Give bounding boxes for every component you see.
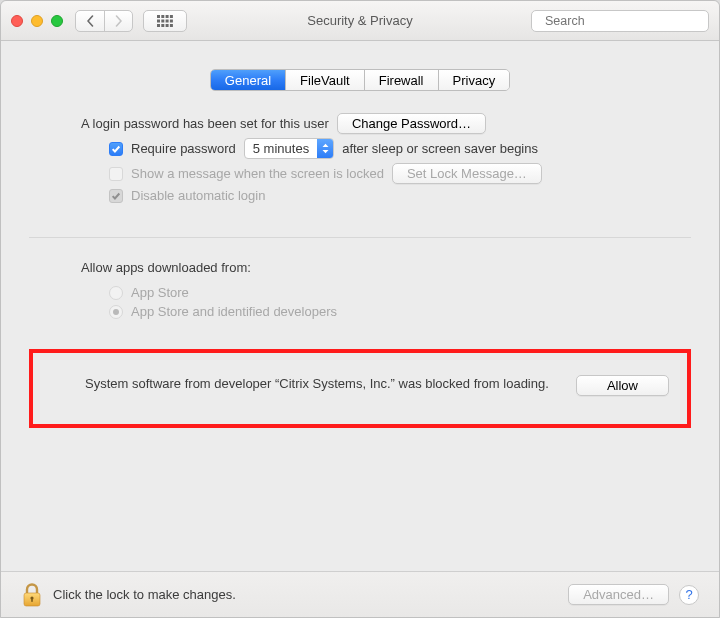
allow-apps-heading: Allow apps downloaded from: [81,260,251,275]
require-password-row: Require password 5 minutes after sleep o… [109,138,649,159]
help-button[interactable]: ? [679,585,699,605]
radio-appstore-label: App Store [131,285,189,300]
svg-rect-5 [161,19,164,22]
nav-back-forward [75,10,133,32]
show-all-prefs-button[interactable] [143,10,187,32]
svg-rect-3 [170,15,173,18]
checkmark-icon [111,144,121,154]
svg-rect-7 [170,19,173,22]
advanced-button: Advanced… [568,584,669,605]
blocked-software-message: System software from developer “Citrix S… [85,375,560,394]
close-window-button[interactable] [11,15,23,27]
tab-firewall[interactable]: Firewall [364,70,438,90]
set-lock-message-button: Set Lock Message… [392,163,542,184]
allow-apps-option-appstore: App Store [109,285,649,300]
svg-rect-16 [31,598,33,602]
allow-apps-option-identified: App Store and identified developers [109,304,649,319]
tab-filevault[interactable]: FileVault [285,70,364,90]
disable-auto-login-checkbox [109,189,123,203]
lock-icon[interactable] [21,582,43,608]
divider [29,237,691,238]
system-preferences-window: Security & Privacy General FileVault Fir… [0,0,720,618]
show-message-row: Show a message when the screen is locked… [109,163,649,184]
search-field[interactable] [531,10,709,32]
svg-rect-2 [166,15,169,18]
svg-rect-0 [157,15,160,18]
popup-arrows-icon [317,139,333,158]
require-password-label: Require password [131,141,236,156]
radio-dot-icon [113,309,119,315]
titlebar: Security & Privacy [1,1,719,41]
tab-privacy[interactable]: Privacy [438,70,510,90]
search-input[interactable] [543,13,704,29]
svg-rect-8 [157,24,160,27]
show-message-label: Show a message when the screen is locked [131,166,384,181]
checkmark-icon [111,191,121,201]
login-password-label: A login password has been set for this u… [81,116,329,131]
grid-icon [157,15,173,27]
svg-rect-10 [166,24,169,27]
svg-rect-11 [170,24,173,27]
radio-identified [109,305,123,319]
disable-auto-login-row: Disable automatic login [109,188,649,203]
window-controls [11,15,63,27]
footer: Click the lock to make changes. Advanced… [1,571,719,617]
login-password-row: A login password has been set for this u… [81,113,649,134]
tabs: General FileVault Firewall Privacy [1,69,719,91]
show-message-checkbox [109,167,123,181]
svg-rect-9 [161,24,164,27]
minimize-window-button[interactable] [31,15,43,27]
disable-auto-login-label: Disable automatic login [131,188,265,203]
change-password-button[interactable]: Change Password… [337,113,486,134]
zoom-window-button[interactable] [51,15,63,27]
blocked-software-callout: System software from developer “Citrix S… [29,349,691,428]
require-password-checkbox[interactable] [109,142,123,156]
require-password-delay-value: 5 minutes [245,141,317,156]
allow-blocked-button[interactable]: Allow [576,375,669,396]
back-button[interactable] [76,11,104,31]
require-password-delay-popup[interactable]: 5 minutes [244,138,334,159]
forward-button[interactable] [104,11,132,31]
tab-general[interactable]: General [211,70,285,90]
radio-appstore [109,286,123,300]
lock-hint-label: Click the lock to make changes. [53,587,236,602]
svg-rect-4 [157,19,160,22]
radio-identified-label: App Store and identified developers [131,304,337,319]
allow-apps-heading-row: Allow apps downloaded from: [81,260,649,275]
content-area: General FileVault Firewall Privacy A log… [1,41,719,617]
svg-rect-1 [161,15,164,18]
require-password-suffix: after sleep or screen saver begins [342,141,538,156]
svg-rect-6 [166,19,169,22]
